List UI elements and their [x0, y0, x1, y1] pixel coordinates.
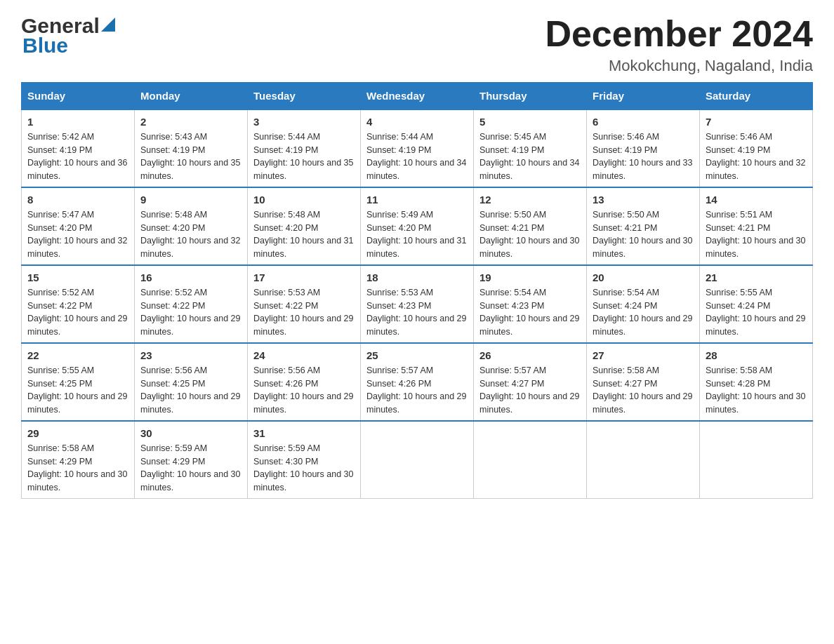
title-section: December 2024 Mokokchung, Nagaland, Indi…	[545, 14, 813, 75]
calendar-cell: 10 Sunrise: 5:48 AMSunset: 4:20 PMDaylig…	[248, 187, 361, 265]
day-number: 30	[140, 426, 241, 441]
day-info: Sunrise: 5:59 AMSunset: 4:29 PMDaylight:…	[140, 443, 240, 492]
logo-triangle-icon	[101, 18, 115, 32]
day-number: 12	[479, 192, 581, 207]
calendar-cell	[700, 421, 813, 499]
calendar-cell: 18 Sunrise: 5:53 AMSunset: 4:23 PMDaylig…	[361, 265, 474, 343]
day-number: 5	[479, 114, 581, 129]
day-info: Sunrise: 5:52 AMSunset: 4:22 PMDaylight:…	[140, 288, 240, 337]
day-info: Sunrise: 5:48 AMSunset: 4:20 PMDaylight:…	[253, 210, 353, 259]
calendar-cell: 17 Sunrise: 5:53 AMSunset: 4:22 PMDaylig…	[248, 265, 361, 343]
calendar-cell: 21 Sunrise: 5:55 AMSunset: 4:24 PMDaylig…	[700, 265, 813, 343]
day-info: Sunrise: 5:53 AMSunset: 4:23 PMDaylight:…	[366, 288, 466, 337]
calendar-cell: 27 Sunrise: 5:58 AMSunset: 4:27 PMDaylig…	[587, 343, 700, 421]
calendar-cell: 13 Sunrise: 5:50 AMSunset: 4:21 PMDaylig…	[587, 187, 700, 265]
day-info: Sunrise: 5:54 AMSunset: 4:23 PMDaylight:…	[479, 288, 579, 337]
day-number: 21	[706, 270, 807, 285]
calendar-cell: 16 Sunrise: 5:52 AMSunset: 4:22 PMDaylig…	[135, 265, 248, 343]
calendar-cell: 5 Sunrise: 5:45 AMSunset: 4:19 PMDayligh…	[474, 109, 587, 187]
day-info: Sunrise: 5:42 AMSunset: 4:19 PMDaylight:…	[27, 132, 127, 181]
day-info: Sunrise: 5:47 AMSunset: 4:20 PMDaylight:…	[27, 210, 127, 259]
day-number: 31	[253, 426, 355, 441]
calendar-cell	[361, 421, 474, 499]
day-number: 6	[593, 114, 694, 129]
calendar-cell: 29 Sunrise: 5:58 AMSunset: 4:29 PMDaylig…	[22, 421, 135, 499]
day-info: Sunrise: 5:43 AMSunset: 4:19 PMDaylight:…	[140, 132, 240, 181]
day-number: 7	[706, 114, 807, 129]
calendar-cell: 6 Sunrise: 5:46 AMSunset: 4:19 PMDayligh…	[587, 109, 700, 187]
day-info: Sunrise: 5:58 AMSunset: 4:28 PMDaylight:…	[706, 365, 805, 415]
day-info: Sunrise: 5:56 AMSunset: 4:26 PMDaylight:…	[253, 365, 353, 415]
day-number: 3	[253, 114, 355, 129]
day-number: 2	[140, 114, 241, 129]
calendar-cell	[587, 421, 700, 499]
month-title: December 2024	[545, 14, 813, 54]
calendar-cell: 31 Sunrise: 5:59 AMSunset: 4:30 PMDaylig…	[248, 421, 361, 499]
calendar-cell: 14 Sunrise: 5:51 AMSunset: 4:21 PMDaylig…	[700, 187, 813, 265]
weekday-header-saturday: Saturday	[700, 83, 813, 110]
day-info: Sunrise: 5:49 AMSunset: 4:20 PMDaylight:…	[366, 210, 466, 259]
day-number: 29	[27, 426, 128, 441]
weekday-header-thursday: Thursday	[474, 83, 587, 110]
day-info: Sunrise: 5:44 AMSunset: 4:19 PMDaylight:…	[253, 132, 353, 181]
day-number: 1	[27, 114, 128, 129]
calendar-cell: 8 Sunrise: 5:47 AMSunset: 4:20 PMDayligh…	[22, 187, 135, 265]
calendar-cell: 28 Sunrise: 5:58 AMSunset: 4:28 PMDaylig…	[700, 343, 813, 421]
day-number: 18	[366, 270, 468, 285]
calendar-cell: 3 Sunrise: 5:44 AMSunset: 4:19 PMDayligh…	[248, 109, 361, 187]
weekday-header-wednesday: Wednesday	[361, 83, 474, 110]
day-info: Sunrise: 5:52 AMSunset: 4:22 PMDaylight:…	[27, 288, 127, 337]
day-number: 15	[27, 270, 128, 285]
day-number: 24	[253, 348, 355, 363]
day-info: Sunrise: 5:46 AMSunset: 4:19 PMDaylight:…	[706, 132, 805, 181]
day-info: Sunrise: 5:51 AMSunset: 4:21 PMDaylight:…	[706, 210, 805, 259]
day-number: 9	[140, 192, 241, 207]
day-number: 20	[593, 270, 694, 285]
calendar-cell: 23 Sunrise: 5:56 AMSunset: 4:25 PMDaylig…	[135, 343, 248, 421]
calendar-week-row: 22 Sunrise: 5:55 AMSunset: 4:25 PMDaylig…	[22, 343, 813, 421]
page-header: General Blue December 2024 Mokokchung, N…	[21, 14, 813, 75]
calendar-cell: 9 Sunrise: 5:48 AMSunset: 4:20 PMDayligh…	[135, 187, 248, 265]
calendar-table: SundayMondayTuesdayWednesdayThursdayFrid…	[21, 82, 813, 499]
calendar-cell: 19 Sunrise: 5:54 AMSunset: 4:23 PMDaylig…	[474, 265, 587, 343]
day-number: 26	[479, 348, 581, 363]
calendar-cell: 7 Sunrise: 5:46 AMSunset: 4:19 PMDayligh…	[700, 109, 813, 187]
calendar-cell: 30 Sunrise: 5:59 AMSunset: 4:29 PMDaylig…	[135, 421, 248, 499]
calendar-cell: 20 Sunrise: 5:54 AMSunset: 4:24 PMDaylig…	[587, 265, 700, 343]
svg-marker-0	[101, 18, 115, 32]
day-number: 28	[706, 348, 807, 363]
calendar-cell: 1 Sunrise: 5:42 AMSunset: 4:19 PMDayligh…	[22, 109, 135, 187]
calendar-cell	[474, 421, 587, 499]
day-info: Sunrise: 5:56 AMSunset: 4:25 PMDaylight:…	[140, 365, 240, 415]
calendar-cell: 25 Sunrise: 5:57 AMSunset: 4:26 PMDaylig…	[361, 343, 474, 421]
calendar-cell: 24 Sunrise: 5:56 AMSunset: 4:26 PMDaylig…	[248, 343, 361, 421]
calendar-cell: 26 Sunrise: 5:57 AMSunset: 4:27 PMDaylig…	[474, 343, 587, 421]
calendar-week-row: 15 Sunrise: 5:52 AMSunset: 4:22 PMDaylig…	[22, 265, 813, 343]
day-number: 23	[140, 348, 241, 363]
day-number: 17	[253, 270, 355, 285]
day-info: Sunrise: 5:55 AMSunset: 4:24 PMDaylight:…	[706, 288, 805, 337]
day-info: Sunrise: 5:58 AMSunset: 4:29 PMDaylight:…	[27, 443, 127, 492]
calendar-cell: 15 Sunrise: 5:52 AMSunset: 4:22 PMDaylig…	[22, 265, 135, 343]
day-info: Sunrise: 5:45 AMSunset: 4:19 PMDaylight:…	[479, 132, 579, 181]
day-number: 22	[27, 348, 128, 363]
logo-blue-text: Blue	[22, 34, 68, 58]
day-number: 16	[140, 270, 241, 285]
day-info: Sunrise: 5:54 AMSunset: 4:24 PMDaylight:…	[593, 288, 692, 337]
calendar-week-row: 29 Sunrise: 5:58 AMSunset: 4:29 PMDaylig…	[22, 421, 813, 499]
day-info: Sunrise: 5:44 AMSunset: 4:19 PMDaylight:…	[366, 132, 466, 181]
day-info: Sunrise: 5:53 AMSunset: 4:22 PMDaylight:…	[253, 288, 353, 337]
weekday-header-tuesday: Tuesday	[248, 83, 361, 110]
weekday-header-row: SundayMondayTuesdayWednesdayThursdayFrid…	[22, 83, 813, 110]
day-number: 8	[27, 192, 128, 207]
day-info: Sunrise: 5:57 AMSunset: 4:26 PMDaylight:…	[366, 365, 466, 415]
location-subtitle: Mokokchung, Nagaland, India	[545, 57, 813, 75]
day-info: Sunrise: 5:46 AMSunset: 4:19 PMDaylight:…	[593, 132, 692, 181]
calendar-cell: 11 Sunrise: 5:49 AMSunset: 4:20 PMDaylig…	[361, 187, 474, 265]
weekday-header-monday: Monday	[135, 83, 248, 110]
weekday-header-friday: Friday	[587, 83, 700, 110]
day-number: 4	[366, 114, 468, 129]
calendar-week-row: 8 Sunrise: 5:47 AMSunset: 4:20 PMDayligh…	[22, 187, 813, 265]
day-info: Sunrise: 5:55 AMSunset: 4:25 PMDaylight:…	[27, 365, 127, 415]
day-number: 25	[366, 348, 468, 363]
